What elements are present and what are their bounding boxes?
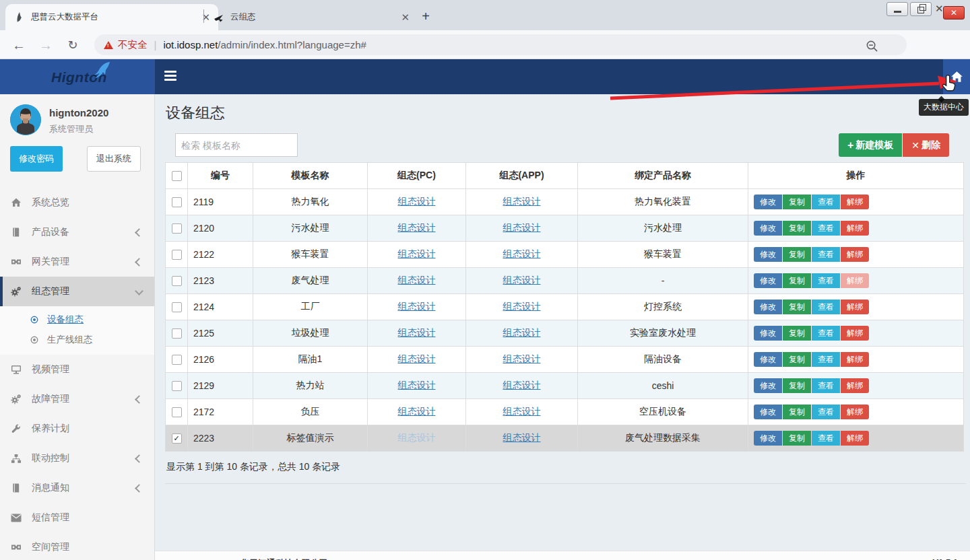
row-checkbox[interactable] — [172, 223, 182, 234]
brand-logo[interactable]: Hignton — [0, 59, 155, 94]
browser-tab[interactable]: 云组态✕ — [205, 4, 418, 30]
copy-button[interactable]: 复制 — [783, 352, 811, 367]
modify-button[interactable]: 修改 — [754, 195, 782, 209]
table-row[interactable]: 2120污水处理组态设计组态设计污水处理修改复制查看解绑 — [166, 215, 964, 242]
app-design-link[interactable]: 组态设计 — [503, 406, 541, 417]
app-design-link[interactable]: 组态设计 — [503, 380, 541, 390]
row-checkbox[interactable] — [172, 328, 182, 339]
row-checkbox[interactable] — [172, 250, 182, 260]
modify-button[interactable]: 修改 — [754, 352, 782, 367]
forward-icon[interactable]: → — [36, 36, 55, 55]
unbind-button[interactable]: 解绑 — [841, 273, 869, 288]
app-design-link[interactable]: 组态设计 — [503, 432, 541, 443]
copy-button[interactable]: 复制 — [783, 378, 811, 393]
modify-button[interactable]: 修改 — [754, 378, 782, 393]
minimize-button[interactable] — [886, 2, 908, 16]
sidebar-item[interactable]: 组态管理 — [0, 277, 154, 306]
unbind-button[interactable]: 解绑 — [841, 326, 869, 341]
unbind-button[interactable]: 解绑 — [841, 247, 869, 262]
reload-icon[interactable]: ↻ — [63, 36, 82, 55]
user-avatar[interactable] — [10, 104, 41, 135]
view-button[interactable]: 查看 — [812, 352, 840, 367]
unbind-button[interactable]: 解绑 — [841, 221, 869, 236]
view-button[interactable]: 查看 — [812, 300, 840, 314]
sidebar-item[interactable]: 空间管理 — [0, 532, 154, 560]
search-input[interactable] — [175, 133, 298, 157]
row-checkbox[interactable] — [172, 276, 182, 286]
app-design-link[interactable]: 组态设计 — [503, 353, 541, 364]
new-template-button[interactable]: +新建模板 — [839, 133, 902, 157]
unbind-button[interactable]: 解绑 — [841, 352, 869, 367]
app-design-link[interactable]: 组态设计 — [503, 301, 541, 312]
table-row[interactable]: 2126隔油1组态设计组态设计隔油设备修改复制查看解绑 — [166, 347, 964, 373]
restore-button[interactable] — [910, 2, 932, 16]
table-row[interactable]: 2129热力站组态设计组态设计ceshi修改复制查看解绑 — [166, 373, 964, 399]
unbind-button[interactable]: 解绑 — [841, 405, 869, 419]
copy-button[interactable]: 复制 — [783, 195, 811, 209]
view-button[interactable]: 查看 — [812, 221, 840, 236]
modify-button[interactable]: 修改 — [754, 221, 782, 236]
table-row[interactable]: 2122猴车装置组态设计组态设计猴车装置修改复制查看解绑 — [166, 242, 964, 268]
sidebar-item[interactable]: 故障管理 — [0, 384, 154, 414]
zoom-out-icon[interactable] — [862, 36, 881, 55]
pc-design-link[interactable]: 组态设计 — [398, 301, 436, 312]
pc-design-link[interactable]: 组态设计 — [398, 196, 436, 207]
row-checkbox[interactable]: ✓ — [172, 433, 182, 444]
hamburger-icon[interactable] — [164, 71, 178, 83]
copy-button[interactable]: 复制 — [783, 431, 811, 446]
change-password-button[interactable]: 修改密码 — [10, 146, 63, 172]
unbind-button[interactable]: 解绑 — [841, 300, 869, 314]
close-button[interactable]: ✕ — [943, 6, 965, 20]
app-design-link[interactable]: 组态设计 — [503, 196, 541, 207]
pc-design-link[interactable]: 组态设计 — [398, 327, 436, 338]
view-button[interactable]: 查看 — [812, 431, 840, 446]
sidebar-item[interactable]: 网关管理 — [0, 247, 154, 277]
pc-design-link[interactable]: 组态设计 — [398, 432, 436, 443]
sidebar-item[interactable]: 短信管理 — [0, 503, 154, 532]
tab-close-icon[interactable]: ✕ — [401, 11, 410, 24]
modify-button[interactable]: 修改 — [754, 431, 782, 446]
pc-design-link[interactable]: 组态设计 — [398, 275, 436, 285]
unbind-button[interactable]: 解绑 — [841, 431, 869, 446]
table-row[interactable]: 2125垃圾处理组态设计组态设计实验室废水处理修改复制查看解绑 — [166, 320, 964, 347]
row-checkbox[interactable] — [172, 197, 182, 207]
url-bar[interactable]: 不安全 | iot.idosp.net/admin/index.html?lan… — [94, 34, 907, 55]
select-all-checkbox[interactable] — [172, 171, 182, 181]
table-row[interactable]: 2124工厂组态设计组态设计灯控系统修改复制查看解绑 — [166, 294, 964, 320]
copy-button[interactable]: 复制 — [783, 273, 811, 288]
view-button[interactable]: 查看 — [812, 273, 840, 288]
view-button[interactable]: 查看 — [812, 195, 840, 209]
modify-button[interactable]: 修改 — [754, 326, 782, 341]
sidebar-subitem[interactable]: 设备组态 — [0, 310, 154, 330]
copy-button[interactable]: 复制 — [783, 300, 811, 314]
modify-button[interactable]: 修改 — [754, 273, 782, 288]
sidebar-item[interactable]: 保养计划 — [0, 414, 154, 444]
view-button[interactable]: 查看 — [812, 405, 840, 419]
sidebar-subitem[interactable]: 生产线组态 — [0, 330, 154, 350]
app-design-link[interactable]: 组态设计 — [503, 275, 541, 285]
pc-design-link[interactable]: 组态设计 — [398, 380, 436, 390]
sidebar-item[interactable]: 系统总览 — [0, 188, 154, 217]
table-row[interactable]: 2172负压组态设计组态设计空压机设备修改复制查看解绑 — [166, 399, 964, 425]
view-button[interactable]: 查看 — [812, 326, 840, 341]
app-design-link[interactable]: 组态设计 — [503, 248, 541, 259]
back-icon[interactable]: ← — [9, 36, 28, 55]
pc-design-link[interactable]: 组态设计 — [398, 353, 436, 364]
modify-button[interactable]: 修改 — [754, 300, 782, 314]
sidebar-item[interactable]: 产品设备 — [0, 217, 154, 247]
pc-design-link[interactable]: 组态设计 — [398, 222, 436, 233]
sidebar-item[interactable]: 联动控制 — [0, 444, 154, 473]
unbind-button[interactable]: 解绑 — [841, 378, 869, 393]
copy-button[interactable]: 复制 — [783, 247, 811, 262]
copy-button[interactable]: 复制 — [783, 326, 811, 341]
logout-button[interactable]: 退出系统 — [87, 146, 141, 172]
table-row[interactable]: 2119热力氧化组态设计组态设计热力氧化装置修改复制查看解绑 — [166, 189, 964, 215]
modify-button[interactable]: 修改 — [754, 405, 782, 419]
unbind-button[interactable]: 解绑 — [841, 195, 869, 209]
sidebar-item[interactable]: 视频管理 — [0, 355, 154, 384]
browser-tab[interactable]: 思普云大数据平台✕ — [5, 4, 218, 30]
row-checkbox[interactable] — [172, 355, 182, 365]
table-row[interactable]: ✓2223标签值演示组态设计组态设计废气处理数据采集修改复制查看解绑 — [166, 425, 964, 452]
pc-design-link[interactable]: 组态设计 — [398, 406, 436, 417]
row-checkbox[interactable] — [172, 302, 182, 312]
